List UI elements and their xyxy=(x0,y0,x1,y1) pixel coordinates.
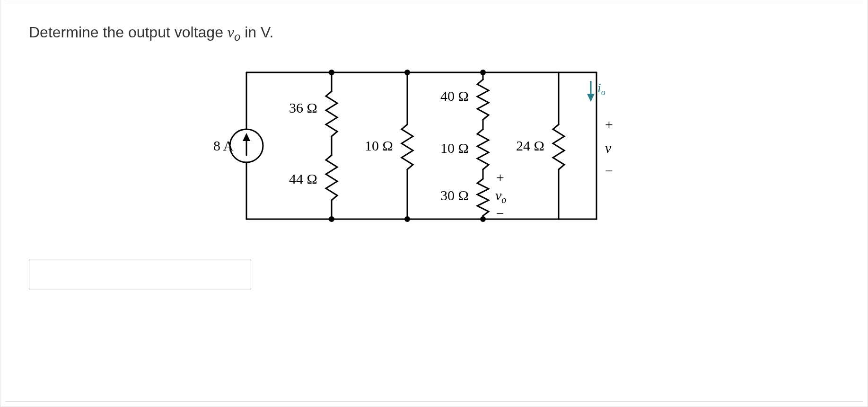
svg-text:io: io xyxy=(597,80,605,97)
v-plus: + xyxy=(605,116,613,132)
vo-plus: + xyxy=(496,169,504,185)
svg-point-4 xyxy=(404,216,410,222)
source-label: 8 A xyxy=(213,138,234,153)
v-minus: − xyxy=(605,163,613,178)
vo-name: v xyxy=(495,187,502,203)
question-var: v xyxy=(228,24,234,41)
svg-point-3 xyxy=(404,70,410,75)
question-text: Determine the output voltage vo in V. xyxy=(29,24,839,44)
svg-point-2 xyxy=(329,216,334,222)
v-name: v xyxy=(605,140,612,156)
svg-point-7 xyxy=(480,216,486,222)
r10b-label: 10 Ω xyxy=(440,140,469,156)
r44-label: 44 Ω xyxy=(289,171,317,186)
r10a-label: 10 Ω xyxy=(365,138,393,153)
r40-label: 40 Ω xyxy=(440,88,469,104)
r36-label: 36 Ω xyxy=(289,100,317,115)
svg-point-1 xyxy=(329,70,334,75)
vo-minus: − xyxy=(496,205,504,221)
svg-point-6 xyxy=(480,70,486,75)
circuit-diagram: 8 A 36 Ω 44 Ω 10 Ω xyxy=(29,58,839,240)
answer-input[interactable] xyxy=(29,259,251,290)
r30-label: 30 Ω xyxy=(440,187,469,203)
question-tail: in V. xyxy=(240,24,273,41)
io-i: i xyxy=(597,80,601,95)
svg-text:vo: vo xyxy=(495,187,506,205)
io-sub: o xyxy=(601,88,605,97)
question-lead: Determine the output voltage xyxy=(29,24,228,41)
vo-sub: o xyxy=(501,195,506,205)
question-var-sub: o xyxy=(234,29,240,44)
r24-label: 24 Ω xyxy=(516,138,544,153)
